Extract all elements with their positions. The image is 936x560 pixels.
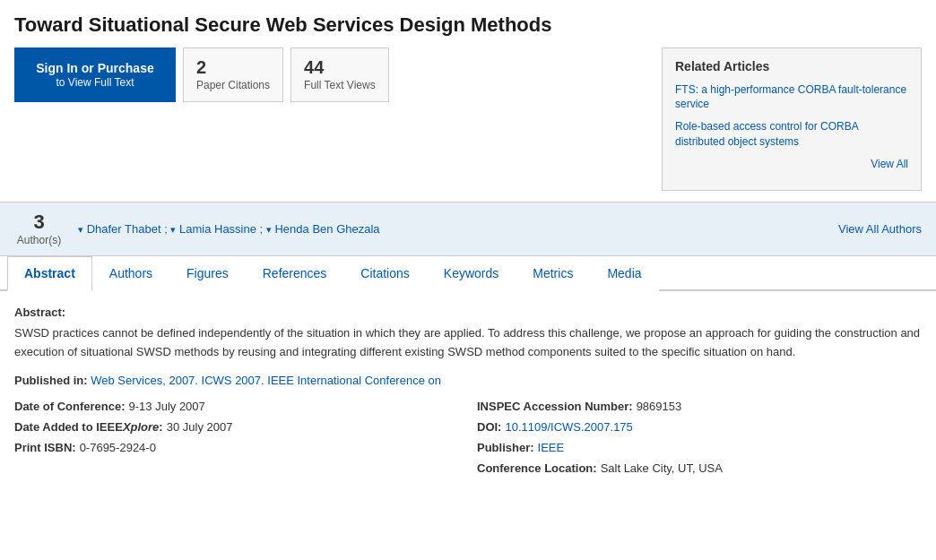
metadata-grid: Date of Conference: 9-13 July 2007 INSPE…: [14, 400, 922, 475]
view-all-authors-link[interactable]: View All Authors: [838, 222, 922, 236]
print-isbn-label: Print ISBN:: [14, 441, 76, 454]
publisher-value: IEEE: [538, 441, 565, 454]
print-isbn-value: 0-7695-2924-0: [80, 441, 156, 454]
paper-citations-number: 2: [196, 57, 270, 78]
tab-figures[interactable]: Figures: [169, 256, 246, 291]
author-count-block: 3 Author(s): [14, 211, 64, 246]
related-articles-heading: Related Articles: [675, 59, 908, 73]
author-link-1[interactable]: Lamia Hassine: [179, 222, 256, 236]
doi-row: DOI: 10.1109/ICWS.2007.175: [477, 420, 922, 434]
date-added-label: Date Added to IEEEXplore:: [14, 420, 163, 434]
tab-abstract[interactable]: Abstract: [7, 256, 92, 291]
author-link-0[interactable]: Dhafer Thabet: [87, 222, 161, 236]
inspec-row: INSPEC Accession Number: 9869153: [477, 400, 922, 413]
full-text-views-label: Full Text Views: [304, 79, 376, 91]
date-added-label-text: Date Added to IEEE: [14, 420, 123, 434]
paper-citations-label: Paper Citations: [196, 79, 270, 91]
conference-location-row: Conference Location: Salt Lake City, UT,…: [477, 461, 922, 475]
tabs-bar: Abstract Authors Figures References Cita…: [0, 256, 936, 291]
tab-references[interactable]: References: [246, 256, 344, 291]
published-in-link[interactable]: Web Services, 2007. ICWS 2007. IEEE Inte…: [91, 374, 441, 387]
author-names-list: ▾ Dhafer Thabet ; ▾ Lamia Hassine ; ▾ He…: [78, 222, 824, 236]
tab-keywords[interactable]: Keywords: [427, 256, 516, 291]
signin-purchase-button[interactable]: Sign In or Purchase to View Full Text: [14, 47, 176, 103]
related-article-1[interactable]: Role-based access control for CORBA dist…: [675, 119, 908, 150]
doi-value: 10.1109/ICWS.2007.175: [505, 420, 632, 434]
date-added-colon: :: [159, 420, 162, 434]
doi-label: DOI:: [477, 420, 501, 434]
date-of-conference-value: 9-13 July 2007: [129, 400, 205, 413]
published-in: Published in: Web Services, 2007. ICWS 2…: [14, 374, 922, 387]
abstract-text: SWSD practices cannot be defined indepen…: [14, 324, 922, 362]
paper-citations-stat: 2 Paper Citations: [183, 47, 283, 103]
separator-1: ;: [260, 222, 266, 236]
date-added-value: 30 July 2007: [167, 420, 233, 434]
tab-media[interactable]: Media: [590, 256, 658, 291]
tab-metrics[interactable]: Metrics: [516, 256, 590, 291]
author-dropdown-icon-2: ▾: [266, 224, 272, 235]
author-link-2[interactable]: Henda Ben Ghezala: [274, 222, 379, 236]
related-articles-panel: Related Articles FTS: a high-performance…: [662, 47, 922, 191]
xplore-italic: Xplore: [123, 420, 159, 434]
date-added-row: Date Added to IEEEXplore: 30 July 2007: [14, 420, 459, 434]
author-count-number: 3: [14, 211, 64, 233]
conference-location-value: Salt Lake City, UT, USA: [601, 461, 723, 475]
author-count-label: Author(s): [17, 234, 61, 246]
conference-location-label: Conference Location:: [477, 461, 597, 475]
tab-citations[interactable]: Citations: [343, 256, 426, 291]
tab-authors[interactable]: Authors: [92, 256, 169, 291]
full-text-views-stat: 44 Full Text Views: [290, 47, 389, 103]
inspec-value: 9869153: [637, 400, 682, 413]
doi-link[interactable]: 10.1109/ICWS.2007.175: [505, 420, 632, 434]
print-isbn-row: Print ISBN: 0-7695-2924-0: [14, 441, 459, 454]
date-of-conference-label: Date of Conference:: [14, 400, 126, 413]
publisher-row: Publisher: IEEE: [477, 441, 922, 454]
related-article-0[interactable]: FTS: a high-performance CORBA fault-tole…: [675, 82, 908, 113]
author-dropdown-icon-1: ▾: [170, 224, 176, 235]
signin-main-label: Sign In or Purchase: [36, 61, 153, 75]
published-in-label: Published in:: [14, 374, 88, 387]
view-all-related-link[interactable]: View All: [675, 157, 908, 172]
abstract-label: Abstract:: [14, 306, 922, 319]
signin-sub-label: to View Full Text: [30, 76, 160, 90]
inspec-label: INSPEC Accession Number:: [477, 400, 633, 413]
page-title: Toward Situational Secure Web Services D…: [0, 0, 936, 47]
date-of-conference-row: Date of Conference: 9-13 July 2007: [14, 400, 459, 413]
stats-and-signin: Sign In or Purchase to View Full Text 2 …: [14, 47, 647, 191]
empty-left: [14, 461, 459, 475]
authors-bar: 3 Author(s) ▾ Dhafer Thabet ; ▾ Lamia Ha…: [0, 202, 936, 256]
content-area: Abstract: SWSD practices cannot be defin…: [0, 291, 936, 485]
full-text-views-number: 44: [304, 57, 376, 78]
author-dropdown-icon-0: ▾: [78, 224, 83, 235]
publisher-label: Publisher:: [477, 441, 534, 454]
publisher-link[interactable]: IEEE: [538, 441, 565, 454]
